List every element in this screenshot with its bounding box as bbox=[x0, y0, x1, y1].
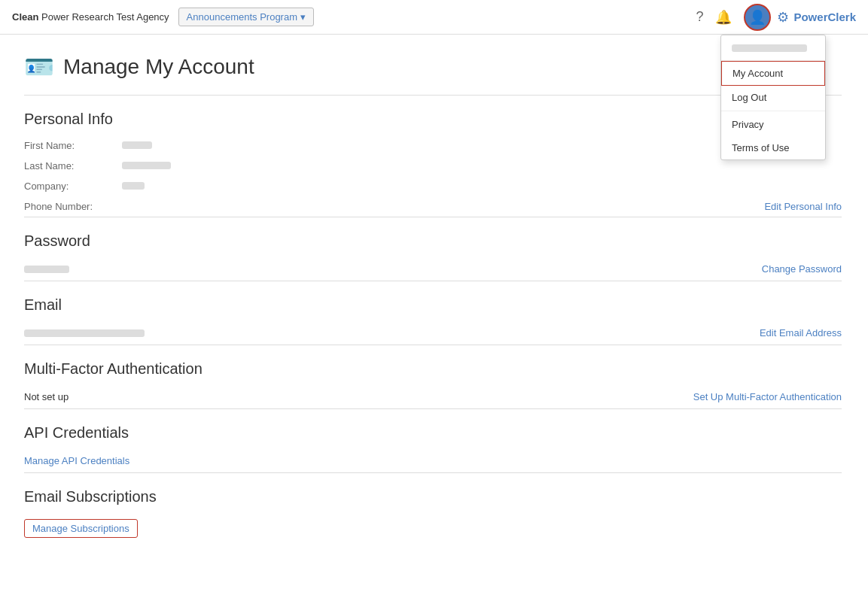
mfa-divider bbox=[24, 408, 842, 409]
agency-name: Clean Power Research Test Agency bbox=[12, 11, 169, 23]
phone-label: Phone Number: bbox=[24, 201, 122, 212]
setup-mfa-link[interactable]: Set Up Multi-Factor Authentication bbox=[693, 391, 842, 402]
email-bar bbox=[24, 329, 145, 337]
email-section: Email Edit Email Address bbox=[24, 296, 842, 345]
personal-info-section: Personal Info First Name: Last Name: Com… bbox=[24, 111, 842, 217]
first-name-row: First Name: bbox=[24, 135, 842, 156]
privacy-menu-item[interactable]: Privacy bbox=[721, 113, 825, 136]
avatar-button[interactable]: 👤 bbox=[744, 4, 771, 31]
username-bar bbox=[732, 44, 807, 52]
question-mark-icon: ? bbox=[696, 9, 703, 25]
edit-personal-info-link[interactable]: Edit Personal Info bbox=[764, 201, 842, 212]
api-title: API Credentials bbox=[24, 424, 842, 442]
personal-info-title: Personal Info bbox=[24, 111, 842, 128]
last-name-value bbox=[122, 160, 842, 172]
my-account-menu-item[interactable]: My Account bbox=[721, 61, 825, 86]
powercleark-icon: ⚙ bbox=[777, 9, 789, 26]
api-section: API Credentials Manage API Credentials bbox=[24, 424, 842, 472]
phone-row: Phone Number: Edit Personal Info bbox=[24, 196, 842, 217]
company-value bbox=[122, 181, 842, 192]
password-divider bbox=[24, 281, 842, 281]
mfa-section: Multi-Factor Authentication Not set up S… bbox=[24, 360, 842, 408]
company-bar bbox=[122, 182, 145, 190]
last-name-row: Last Name: bbox=[24, 156, 842, 176]
account-icon: 🪪 bbox=[24, 53, 54, 81]
mfa-title: Multi-Factor Authentication bbox=[24, 360, 842, 378]
manage-api-credentials-link[interactable]: Manage API Credentials bbox=[24, 455, 129, 466]
password-bar bbox=[24, 266, 69, 273]
password-section: Password Change Password bbox=[24, 232, 842, 281]
program-dropdown-button[interactable]: Announcements Program ▾ bbox=[178, 8, 314, 26]
mfa-status: Not set up bbox=[24, 391, 69, 402]
last-name-bar bbox=[122, 162, 171, 169]
mfa-row: Not set up Set Up Multi-Factor Authentic… bbox=[24, 385, 842, 408]
help-button[interactable]: ? bbox=[690, 6, 709, 28]
personal-info-divider bbox=[24, 217, 842, 217]
edit-email-link[interactable]: Edit Email Address bbox=[760, 327, 842, 339]
dropdown-username bbox=[721, 35, 825, 61]
bell-icon: 🔔 bbox=[715, 9, 732, 26]
company-label: Company: bbox=[24, 181, 122, 192]
notification-button[interactable]: 🔔 bbox=[709, 6, 738, 29]
company-row: Company: bbox=[24, 176, 842, 196]
email-title: Email bbox=[24, 296, 842, 314]
log-out-menu-item[interactable]: Log Out bbox=[721, 86, 825, 109]
brand-name: PowerClerk bbox=[793, 11, 856, 23]
terms-of-use-menu-item[interactable]: Terms of Use bbox=[721, 136, 825, 159]
api-row: Manage API Credentials bbox=[24, 449, 842, 472]
api-divider bbox=[24, 472, 842, 473]
header: Clean Power Research Test Agency Announc… bbox=[0, 0, 868, 35]
brand: ⚙ PowerClerk bbox=[777, 9, 856, 26]
user-dropdown-menu: My Account Log Out Privacy Terms of Use bbox=[720, 35, 826, 160]
email-subscriptions-section: Email Subscriptions Manage Subscriptions bbox=[24, 488, 842, 544]
manage-subscriptions-button[interactable]: Manage Subscriptions bbox=[24, 519, 138, 538]
page-title-row: 🪪 Manage My Account bbox=[24, 53, 842, 81]
password-row: Change Password bbox=[24, 257, 842, 281]
email-subscriptions-row: Manage Subscriptions bbox=[24, 513, 842, 544]
email-divider bbox=[24, 345, 842, 345]
page-title: Manage My Account bbox=[63, 55, 254, 79]
user-icon: 👤 bbox=[749, 9, 766, 26]
email-subscriptions-title: Email Subscriptions bbox=[24, 488, 842, 505]
chevron-down-icon: ▾ bbox=[300, 11, 306, 23]
email-row: Edit Email Address bbox=[24, 321, 842, 345]
first-name-label: First Name: bbox=[24, 140, 122, 151]
change-password-link[interactable]: Change Password bbox=[762, 263, 842, 275]
password-title: Password bbox=[24, 232, 842, 250]
last-name-label: Last Name: bbox=[24, 160, 122, 172]
first-name-bar bbox=[122, 141, 152, 149]
dropdown-divider bbox=[721, 111, 825, 111]
title-divider bbox=[24, 95, 842, 96]
program-label: Announcements Program bbox=[187, 11, 297, 23]
